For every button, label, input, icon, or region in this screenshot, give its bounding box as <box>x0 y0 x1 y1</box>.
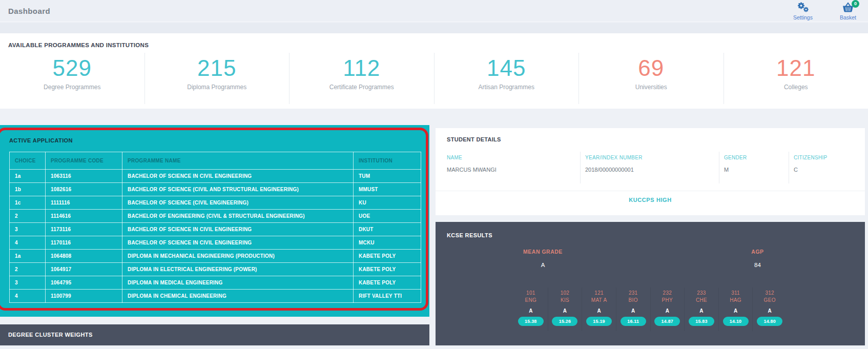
stats-section-title: AVAILABLE PROGRAMMES AND INSTITUTIONS <box>8 42 149 48</box>
subject-cell: 233CHEA15.83 <box>684 288 718 331</box>
subject-cell: 101ENGA15.38 <box>514 288 548 331</box>
table-cell: 1a <box>10 170 46 183</box>
table-cell: KU <box>354 196 421 210</box>
divider <box>580 152 581 183</box>
table-cell: BACHELOR OF SCIENCE IN CIVIL ENGINEERING <box>122 223 354 236</box>
subject-code: 121 <box>582 290 616 297</box>
student-field-label: YEAR/INDEX NUMBER <box>585 155 643 160</box>
basket-label: Basket <box>834 14 862 20</box>
stat-value: 112 <box>290 56 434 80</box>
kcse-summary-value: A <box>436 262 650 268</box>
table-cell: 3 <box>10 223 46 236</box>
table-cell: 1064917 <box>46 263 122 276</box>
page-title: Dashboard <box>8 0 50 22</box>
subject-name: MAT A <box>582 297 616 304</box>
subject-cell: 311HAGA14.10 <box>718 288 753 331</box>
subject-name: ENG <box>514 297 548 304</box>
subject-grade: A <box>651 308 685 314</box>
kcse-summary-label: MEAN GRADE <box>436 249 650 255</box>
divider <box>789 152 789 183</box>
table-cell: BACHELOR OF SCIENCE (CIVIL ENGINEERING) <box>122 196 354 210</box>
table-row: 1b1082616BACHELOR OF SCIENCE (CIVIL AND … <box>10 183 421 196</box>
kcse-summary-row: MEAN GRADEAAGP84 <box>436 249 865 268</box>
student-field: CITIZENSHIPC <box>794 155 828 173</box>
student-field: NAMEMARCUS MWANGI <box>447 155 497 173</box>
subject-points-badge: 14.10 <box>723 317 749 326</box>
student-field-value: M <box>724 167 747 173</box>
table-row: 31064795DIPLOMA IN MEDICAL ENGINEERINGKA… <box>10 276 421 290</box>
table-cell: DKUT <box>354 223 421 236</box>
table-cell: BACHELOR OF ENGINEERING (CIVIL & STRUCTU… <box>122 210 354 223</box>
table-row: 41170116BACHELOR OF SCIENCE IN CIVIL ENG… <box>10 236 421 250</box>
student-field: YEAR/INDEX NUMBER2018/00000000001 <box>585 155 643 173</box>
subject-code: 102 <box>548 290 582 297</box>
table-cell: 1111116 <box>46 196 122 210</box>
student-field-value: C <box>794 167 828 173</box>
table-cell: BACHELOR OF SCIENCE IN CIVIL ENGINEERING <box>122 236 354 250</box>
table-header-row: CHOICEPROGRAMME CODEPROGRAMME NAMEINSTIT… <box>10 152 421 170</box>
subject-grade: A <box>514 308 548 314</box>
active-application-title: ACTIVE APPLICATION <box>9 137 73 143</box>
kcse-summary-item: MEAN GRADEA <box>436 249 650 268</box>
subject-name: BIO <box>616 297 650 304</box>
table-header-cell: PROGRAMME CODE <box>46 152 122 170</box>
subject-name: PHY <box>651 297 685 304</box>
subject-name: KIS <box>548 297 582 304</box>
subject-code: 233 <box>685 290 718 297</box>
subject-points-badge: 15.38 <box>518 317 544 326</box>
student-field-label: CITIZENSHIP <box>794 155 828 160</box>
subject-grade: A <box>719 308 753 314</box>
table-row: 41100799DIPLOMA IN CHEMICAL ENGINEERINGR… <box>10 290 421 303</box>
subject-code: 312 <box>753 290 787 297</box>
subject-cell: 102KISA15.26 <box>548 288 582 331</box>
table-header-cell: PROGRAMME NAME <box>122 152 354 170</box>
stat-value: 529 <box>0 56 144 80</box>
subject-points-badge: 14.87 <box>654 317 680 326</box>
table-cell: DIPLOMA IN MECHANICAL ENGINEERING (PRODU… <box>122 250 354 263</box>
table-cell: 1064808 <box>46 250 122 263</box>
table-cell: 2 <box>10 210 46 223</box>
stat-value: 69 <box>579 56 724 80</box>
subject-code: 311 <box>719 290 753 297</box>
table-cell: MCKU <box>354 236 421 250</box>
stat-label: Diploma Programmes <box>145 84 290 91</box>
settings-gears-icon <box>789 2 817 14</box>
subject-code: 101 <box>514 290 548 297</box>
stat-label: Artisan Programmes <box>435 84 579 91</box>
table-cell: BACHELOR OF SCIENCE IN CIVIL ENGINEERING <box>122 170 354 183</box>
table-row: 21114616BACHELOR OF ENGINEERING (CIVIL &… <box>10 210 421 223</box>
table-cell: UOE <box>354 210 421 223</box>
subject-cell: 121MAT AA15.19 <box>582 288 616 331</box>
kuccps-high-link[interactable]: KUCCPS HIGH <box>436 197 865 203</box>
table-cell: DIPLOMA IN CHEMICAL ENGINEERING <box>122 290 354 303</box>
stat-card: 69Universities <box>578 53 724 104</box>
subject-name: GEO <box>753 297 787 304</box>
subject-code: 232 <box>651 290 685 297</box>
subject-points-badge: 15.26 <box>552 317 577 326</box>
settings-button[interactable]: Settings <box>789 2 817 20</box>
student-details-title: STUDENT DETAILS <box>447 136 501 142</box>
table-cell: 2 <box>10 263 46 276</box>
kcse-results-card: KCSE RESULTS MEAN GRADEAAGP84 101ENGA15.… <box>436 222 865 345</box>
table-header-cell: INSTITUTION <box>354 152 421 170</box>
student-field-value: 2018/00000000001 <box>585 167 643 173</box>
subject-points-badge: 16.11 <box>621 317 646 326</box>
table-cell: 1100799 <box>46 290 122 303</box>
table-cell: 1c <box>10 196 46 210</box>
subject-grade: A <box>685 308 718 314</box>
kcse-summary-value: 84 <box>650 262 865 268</box>
degree-cluster-weights-title: DEGREE CLUSTER WEIGHTS <box>8 324 93 345</box>
student-details-card: STUDENT DETAILS NAMEMARCUS MWANGIYEAR/IN… <box>436 128 865 215</box>
table-cell: 1064795 <box>46 276 122 290</box>
student-field: GENDERM <box>724 155 747 173</box>
table-cell: 1063116 <box>46 170 122 183</box>
active-application-panel: ACTIVE APPLICATION CHOICEPROGRAMME CODEP… <box>0 125 429 317</box>
subject-grade: A <box>753 308 787 314</box>
stat-label: Degree Programmes <box>0 84 144 91</box>
divider <box>719 152 719 183</box>
subject-cell: 232PHYA14.87 <box>650 288 685 331</box>
table-cell: 1114616 <box>46 210 122 223</box>
table-cell: RIFT VALLEY TTI <box>354 290 421 303</box>
subject-grade: A <box>582 308 616 314</box>
basket-button[interactable]: 0 Basket <box>834 2 862 20</box>
